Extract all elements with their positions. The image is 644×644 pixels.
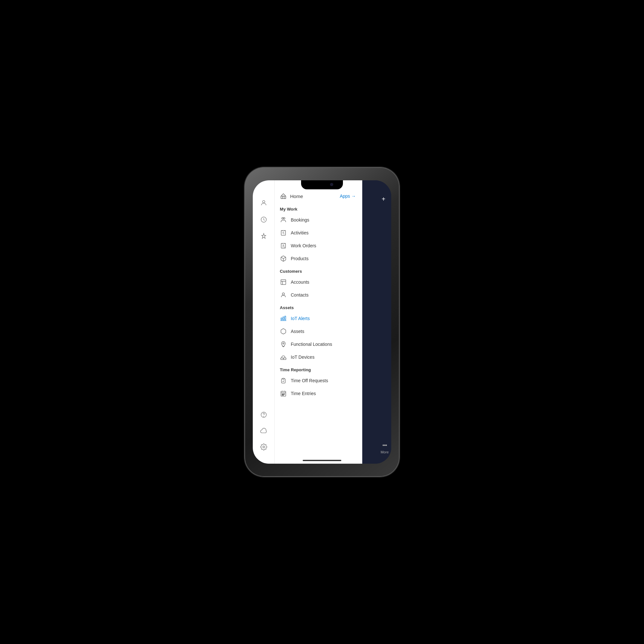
- time-reporting-section: Time Reporting: [275, 364, 362, 374]
- svg-point-7: [283, 218, 285, 219]
- work-orders-icon: [280, 242, 287, 249]
- assets-icon: [280, 328, 287, 335]
- nav-item-iot-devices[interactable]: IoT Devices: [275, 351, 362, 364]
- accounts-icon: [280, 279, 287, 286]
- pin-icon[interactable]: [257, 229, 271, 243]
- nav-item-time-entries[interactable]: Time Entries: [275, 387, 362, 400]
- nav-item-products[interactable]: Products: [275, 252, 362, 265]
- iot-devices-label: IoT Devices: [291, 355, 315, 360]
- functional-locations-label: Functional Locations: [291, 342, 332, 347]
- activities-icon: [280, 229, 287, 236]
- customers-section: Customers: [275, 265, 362, 276]
- products-label: Products: [291, 256, 308, 261]
- time-entries-icon: [280, 390, 287, 397]
- time-off-requests-icon: [280, 377, 287, 384]
- svg-point-6: [282, 218, 283, 219]
- svg-point-4: [263, 446, 265, 448]
- contacts-label: Contacts: [291, 292, 308, 298]
- nav-item-activities[interactable]: Activities: [275, 226, 362, 239]
- home-label: Home: [290, 194, 303, 199]
- iot-alerts-icon: [280, 315, 287, 322]
- settings-icon[interactable]: [257, 440, 271, 454]
- home-icon: [280, 193, 287, 200]
- add-button[interactable]: +: [379, 194, 388, 204]
- nav-item-accounts[interactable]: Accounts: [275, 276, 362, 289]
- svg-rect-8: [281, 231, 285, 235]
- products-icon: [280, 255, 287, 262]
- nav-item-time-off-requests[interactable]: Time Off Requests: [275, 374, 362, 387]
- svg-rect-10: [281, 280, 286, 285]
- apps-link[interactable]: Apps →: [340, 194, 356, 199]
- svg-point-11: [282, 293, 285, 295]
- more-label[interactable]: More: [381, 450, 389, 454]
- home-nav-item[interactable]: Home: [280, 193, 303, 200]
- bookings-label: Bookings: [291, 217, 309, 223]
- work-orders-label: Work Orders: [291, 243, 316, 248]
- time-entries-label: Time Entries: [291, 391, 316, 396]
- home-row: Home Apps →: [275, 191, 362, 202]
- phone-frame: Home Apps → My Work Bookings: [245, 167, 399, 477]
- bookings-icon: [280, 216, 287, 223]
- svg-point-15: [283, 343, 284, 344]
- svg-rect-18: [283, 378, 284, 379]
- svg-rect-9: [281, 243, 285, 248]
- notch: [301, 180, 343, 189]
- nav-item-assets[interactable]: Assets: [275, 325, 362, 338]
- iot-devices-icon: [280, 354, 287, 361]
- assets-label: Assets: [291, 329, 304, 334]
- svg-rect-14: [285, 316, 286, 320]
- nav-item-functional-locations[interactable]: Functional Locations: [275, 338, 362, 351]
- svg-point-17: [283, 358, 284, 359]
- camera: [330, 183, 333, 186]
- phone-screen: Home Apps → My Work Bookings: [253, 180, 391, 464]
- functional-locations-icon: [280, 341, 287, 348]
- my-work-section: My Work: [275, 203, 362, 213]
- svg-rect-12: [281, 318, 282, 320]
- activities-label: Activities: [291, 230, 308, 235]
- sidebar: [253, 180, 275, 464]
- nav-menu: Home Apps → My Work Bookings: [275, 180, 362, 464]
- home-bar: [303, 460, 341, 461]
- cloud-icon[interactable]: [257, 424, 271, 438]
- nav-item-bookings[interactable]: Bookings: [275, 213, 362, 226]
- svg-rect-13: [283, 317, 284, 320]
- nav-item-contacts[interactable]: Contacts: [275, 289, 362, 301]
- accounts-label: Accounts: [291, 279, 309, 285]
- more-dots-icon: •••: [383, 442, 387, 448]
- svg-point-3: [263, 416, 264, 417]
- contacts-icon: [280, 291, 287, 298]
- screen: Home Apps → My Work Bookings: [253, 180, 391, 464]
- help-icon[interactable]: [257, 408, 271, 422]
- clock-icon[interactable]: [257, 213, 271, 227]
- svg-point-0: [262, 201, 265, 203]
- nav-item-iot-alerts[interactable]: IoT Alerts: [275, 312, 362, 325]
- svg-rect-5: [281, 196, 286, 199]
- time-off-requests-label: Time Off Requests: [291, 378, 328, 383]
- nav-item-work-orders[interactable]: Work Orders: [275, 239, 362, 252]
- assets-section: Assets: [275, 301, 362, 312]
- person-icon[interactable]: [257, 196, 271, 210]
- right-panel: + ••• More: [362, 180, 391, 464]
- iot-alerts-label: IoT Alerts: [291, 316, 310, 321]
